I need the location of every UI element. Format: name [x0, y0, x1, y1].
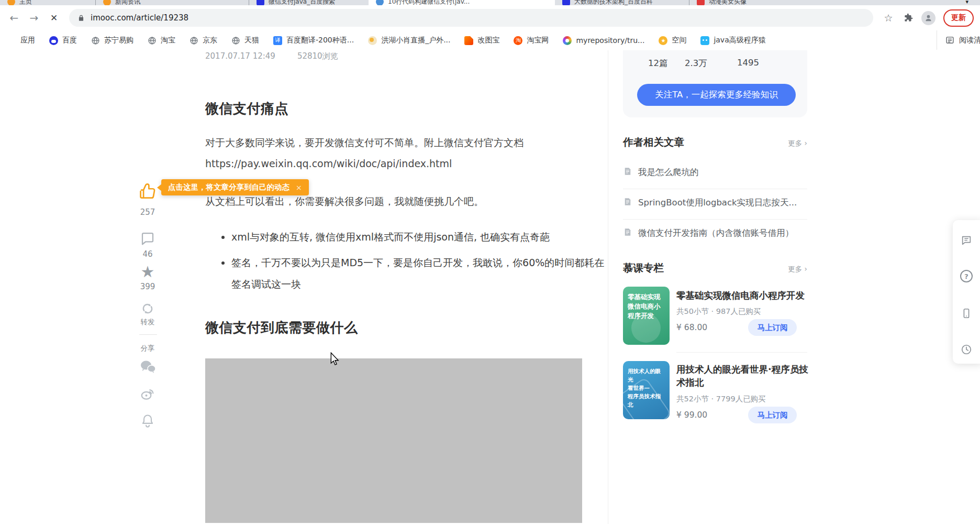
course-thumbnail[interactable]: 零基础实现 微信电商小 程序开发 [623, 287, 670, 345]
tab-favicon [562, 0, 570, 5]
article-link-label: 微信支付开发指南（内含微信账号借用） [638, 227, 794, 239]
bookmark-label: myrepository/tru... [576, 36, 644, 45]
like-count: 257 [128, 208, 168, 217]
reading-list-label: 阅读清单 [959, 36, 980, 45]
like-button[interactable] [128, 181, 168, 201]
tab-favicon [103, 0, 111, 5]
bookmark-baidu[interactable]: 百度 [49, 36, 77, 45]
course-title[interactable]: 用技术人的眼光看世界·程序员技术指北 [676, 363, 808, 389]
document-icon [623, 197, 632, 209]
tab-favicon [376, 0, 384, 5]
more-link[interactable]: 更多 › [788, 139, 807, 148]
subscribe-button[interactable]: 马上订阅 [748, 407, 797, 423]
bookmark-apps[interactable]: 应用 [7, 36, 35, 45]
more-link[interactable]: 更多 › [788, 265, 807, 274]
feedback-button[interactable] [960, 234, 973, 246]
bookmark-taobao-site[interactable]: 淘 淘宝网 [514, 36, 549, 45]
section-heading-pain-points: 微信支付痛点 [205, 100, 288, 118]
bookmark-label: 空间 [672, 36, 686, 45]
bookmark-jd[interactable]: 京东 [190, 36, 217, 45]
tab-baidu-search[interactable]: 微信支付java_百度搜索 [249, 0, 369, 5]
comment-icon [140, 231, 155, 246]
bookmark-star-icon[interactable]: ☆ [879, 9, 897, 27]
share-qq-button[interactable] [128, 413, 168, 429]
bookmark-label: 京东 [203, 36, 217, 45]
globe-icon [231, 36, 240, 45]
chrome-update-button[interactable]: 更新 [943, 9, 974, 27]
tab-favicon [257, 0, 264, 5]
tooltip-close-icon[interactable]: × [296, 183, 302, 192]
question-icon: ? [960, 270, 973, 282]
extensions-puzzle-icon[interactable] [899, 9, 917, 27]
author-article-link[interactable]: SpringBoot使用logback实现日志按天... [623, 197, 807, 209]
thumbs-up-icon [138, 181, 158, 201]
star-count: 399 [128, 282, 168, 291]
stat-followers: 1495 [737, 58, 759, 68]
tab-home[interactable]: 主页 [0, 0, 95, 5]
tab-title: 动漫美女头像 [709, 0, 747, 5]
tab-baike[interactable]: 大数据的技术架构_百度百科 [555, 0, 689, 5]
share-weibo-button[interactable] [128, 386, 168, 401]
history-button[interactable] [960, 343, 973, 356]
tab-active-article[interactable]: 10行代码构建微信支付(jav... [369, 0, 555, 5]
subscribe-button[interactable]: 马上订阅 [748, 319, 797, 336]
weibo-icon [140, 386, 155, 401]
floating-tools-panel: ? [953, 220, 980, 364]
bookmarks-bar: 应用 百度 苏宁易购 淘宝 京东 天猫 [0, 30, 980, 51]
bookmark-label: 百度 [62, 36, 77, 45]
course-title[interactable]: 零基础实现微信电商小程序开发 [676, 289, 808, 302]
address-bar[interactable]: imooc.com/article/19238 [69, 9, 873, 27]
course-thumbnail[interactable]: 用技术人的眼光 看世界— 程序员技术指北 [623, 361, 670, 419]
rainbow-wheel-icon [563, 36, 572, 45]
share-tooltip: 点击这里，将文章分享到自己的动态 × [161, 179, 309, 195]
bookmark-taobao[interactable]: 淘宝 [148, 36, 175, 45]
duck-icon [368, 36, 377, 45]
back-button[interactable]: ← [5, 9, 23, 27]
follow-author-button[interactable]: 关注TA，一起探索更多经验知识 [637, 84, 796, 106]
feedback-icon [961, 234, 972, 246]
bookmark-label: 改图宝 [477, 36, 499, 45]
tab-avatar-images[interactable]: 动漫美女头像 [689, 0, 799, 5]
repost-icon [140, 301, 155, 316]
article-views: 52810浏览 [297, 51, 338, 61]
bookmark-gaitubao[interactable]: 改图宝 [464, 36, 499, 45]
author-article-link[interactable]: 我是怎么爬坑的 [623, 167, 807, 178]
help-button[interactable]: ? [960, 270, 973, 282]
forward-button[interactable]: → [25, 9, 43, 27]
content-sidebar-divider [608, 50, 608, 524]
globe-icon [190, 36, 198, 45]
reading-list-button[interactable]: 阅读清单 [937, 30, 980, 50]
tab-title: 10行代码构建微信支付(jav... [388, 0, 470, 5]
author-stats-card: 12篇 2.3万 1495 关注TA，一起探索更多经验知识 [623, 50, 807, 117]
bookmark-live-stream[interactable]: 洪湖小肖直播_户外... [368, 36, 450, 45]
bookmark-baidu-translate[interactable]: 译 百度翻译-200种语... [273, 36, 354, 45]
rail-divider [139, 334, 157, 335]
list-divider [676, 352, 807, 353]
profile-avatar[interactable] [919, 9, 937, 27]
share-wechat-button[interactable] [128, 359, 168, 374]
star-button[interactable]: ★ [128, 264, 168, 280]
tab-strip: 主页 新闻资讯 微信支付java_百度搜索 10行代码构建微信支付(jav...… [0, 0, 980, 5]
tab-news[interactable]: 新闻资讯 [96, 0, 249, 5]
bookmark-suning[interactable]: 苏宁易购 [91, 36, 133, 45]
globe-icon [148, 36, 157, 45]
taobao-icon: 淘 [514, 36, 522, 45]
bookmark-java-group[interactable]: java高级程序猿 [700, 36, 765, 45]
robot-icon [700, 36, 709, 45]
bookmark-qzone[interactable]: ★ 空间 [659, 36, 686, 45]
tab-title: 新闻资讯 [115, 0, 140, 5]
list-divider [623, 219, 807, 220]
bookmark-myrepository[interactable]: myrepository/tru... [563, 36, 644, 45]
comment-button[interactable] [128, 231, 168, 246]
author-article-link[interactable]: 微信支付开发指南（内含微信账号借用） [623, 227, 807, 239]
bookmark-label: 苏宁易购 [104, 36, 133, 45]
repost-button[interactable] [128, 301, 168, 316]
stop-loading-button[interactable]: ✕ [45, 9, 63, 27]
article-image-placeholder [205, 358, 582, 523]
qzone-star-icon: ★ [659, 36, 667, 45]
mobile-app-button[interactable] [960, 307, 973, 320]
bookmark-tmall[interactable]: 天猫 [231, 36, 259, 45]
image-tool-icon [464, 36, 473, 45]
mobile-icon [961, 308, 972, 319]
tab-search-chevron-icon[interactable]: ▾ [965, 0, 968, 5]
